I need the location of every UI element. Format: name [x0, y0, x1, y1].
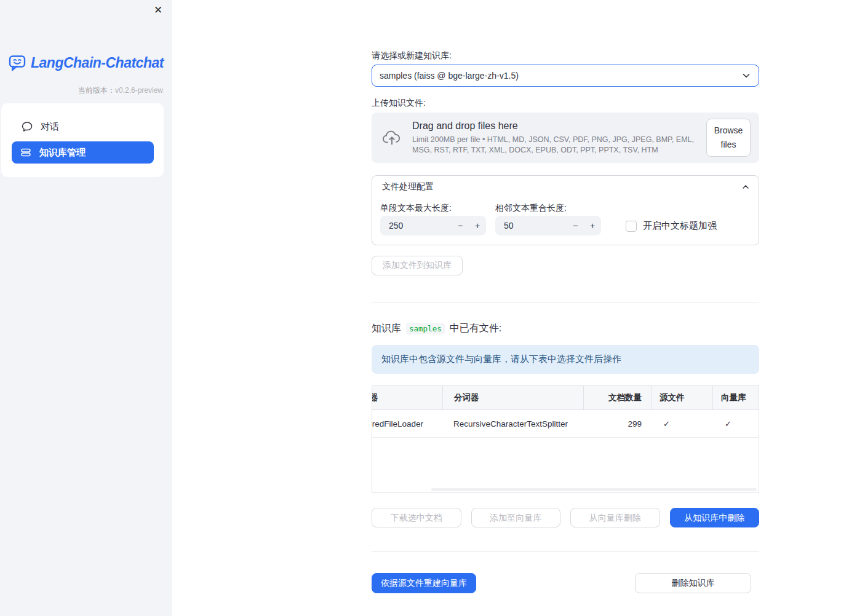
- knowledge-base-icon: [20, 146, 32, 159]
- sidebar-item-label: 对话: [41, 121, 59, 133]
- add-files-to-kb-button[interactable]: 添加文件到知识库: [372, 256, 463, 275]
- version-value: v0.2.6-preview: [115, 86, 163, 95]
- delete-kb-button[interactable]: 删除知识库: [635, 573, 751, 593]
- info-alert-text: 知识库中包含源文件与向量库，请从下表中选择文件后操作: [381, 353, 621, 365]
- kb-files-table[interactable]: 文档加载器 分词器 文档数量 源文件 向量库 UnstructuredFileL…: [372, 385, 759, 493]
- dropzone-title: Drag and drop files here: [412, 120, 700, 132]
- table-horizontal-scrollbar[interactable]: [431, 488, 757, 491]
- app-title: LangChain-Chatchat: [31, 55, 164, 71]
- add-to-vector-store-button[interactable]: 添加至向量库: [471, 508, 561, 527]
- sidebar-item-dialogue[interactable]: 对话: [1, 114, 164, 139]
- chunk-size-plus-button[interactable]: +: [469, 216, 486, 235]
- chat-bubble-smiley-icon: [8, 53, 26, 72]
- column-header-vector-store[interactable]: 向量库: [712, 386, 759, 409]
- dropzone-text: Drag and drop files here Limit 200MB per…: [412, 120, 706, 155]
- file-action-buttons: 下载选中文档 添加至向量库 从向量库删除 从知识库中删除: [372, 508, 759, 527]
- dropzone-limit: Limit 200MB per file • HTML, MD, JSON, C…: [412, 135, 700, 155]
- sidebar-item-label: 知识库管理: [39, 147, 86, 159]
- file-config-expander: 文件处理配置 单段文本最大长度: 相邻文本重合长度: 250 − + 50 − …: [372, 175, 759, 245]
- upload-label: 上传知识文件:: [372, 98, 426, 109]
- chunk-size-minus-button[interactable]: −: [452, 216, 469, 235]
- cell-loader: UnstructuredFileLoader: [372, 410, 442, 437]
- sidebar-close-button[interactable]: ✕: [151, 4, 165, 17]
- overlap-minus-button[interactable]: −: [567, 216, 584, 235]
- chunk-size-value: 250: [389, 221, 452, 231]
- app-logo: LangChain-Chatchat: [8, 53, 164, 72]
- overlap-plus-button[interactable]: +: [584, 216, 601, 235]
- kb-name-code: samples: [406, 323, 445, 334]
- kb-files-heading: 知识库 samples 中已有文件:: [372, 322, 501, 335]
- divider: [372, 302, 759, 302]
- main-content: 请选择或新建知识库: samples (faiss @ bge-large-zh…: [372, 0, 759, 616]
- divider: [372, 551, 759, 552]
- kb-files-suffix: 中已有文件:: [450, 322, 501, 335]
- file-dropzone[interactable]: Drag and drop files here Limit 200MB per…: [372, 113, 759, 163]
- file-config-expander-header[interactable]: 文件处理配置: [372, 176, 759, 198]
- version-info: 当前版本：v0.2.6-preview: [78, 85, 163, 96]
- chunk-size-label: 单段文本最大长度:: [380, 203, 452, 214]
- sidebar-menu: 对话 知识库管理: [1, 103, 164, 177]
- table-row[interactable]: UnstructuredFileLoader RecursiveCharacte…: [372, 410, 759, 438]
- rebuild-vector-store-button[interactable]: 依据源文件重建向量库: [372, 573, 476, 593]
- zh-title-enhance-checkbox-row[interactable]: 开启中文标题加强: [626, 220, 717, 232]
- table-header-row: 文档加载器 分词器 文档数量 源文件 向量库: [372, 386, 759, 410]
- chat-icon: [21, 120, 33, 133]
- overlap-label: 相邻文本重合长度:: [495, 203, 567, 214]
- overlap-value: 50: [504, 221, 567, 231]
- zh-title-enhance-label: 开启中文标题加强: [643, 220, 717, 232]
- kb-select-value: samples (faiss @ bge-large-zh-v1.5): [380, 71, 741, 81]
- overlap-input[interactable]: 50 − +: [495, 216, 601, 235]
- chevron-down-icon: [741, 71, 751, 81]
- kb-select[interactable]: samples (faiss @ bge-large-zh-v1.5): [372, 65, 759, 87]
- delete-from-kb-button[interactable]: 从知识库中删除: [670, 508, 760, 527]
- check-icon: ✓: [725, 419, 731, 428]
- check-icon: ✓: [663, 419, 670, 428]
- browse-files-button[interactable]: Browse files: [706, 119, 751, 157]
- kb-files-prefix: 知识库: [372, 322, 401, 335]
- delete-from-vector-store-button[interactable]: 从向量库删除: [570, 508, 660, 527]
- version-label: 当前版本：: [78, 86, 115, 95]
- cell-vector-store-check: ✓: [712, 410, 759, 437]
- cell-splitter: RecursiveCharacterTextSplitter: [442, 410, 583, 437]
- download-selected-button[interactable]: 下载选中文档: [372, 508, 461, 527]
- column-header-source-file[interactable]: 源文件: [651, 386, 712, 409]
- info-alert: 知识库中包含源文件与向量库，请从下表中选择文件后操作: [372, 345, 759, 374]
- cell-source-file-check: ✓: [651, 410, 712, 437]
- checkbox-unchecked-icon[interactable]: [626, 221, 637, 232]
- chevron-up-icon: [741, 183, 750, 191]
- sidebar-item-knowledge-base[interactable]: 知识库管理: [12, 141, 154, 164]
- chunk-size-input[interactable]: 250 − +: [380, 216, 486, 235]
- kb-select-label: 请选择或新建知识库:: [372, 50, 452, 61]
- cloud-upload-icon: [381, 127, 402, 148]
- column-header-splitter[interactable]: 分词器: [442, 386, 583, 409]
- file-config-title: 文件处理配置: [382, 181, 434, 192]
- sidebar: ✕ LangChain-Chatchat 当前版本：v0.2.6-preview…: [0, 0, 172, 616]
- column-header-loader[interactable]: 文档加载器: [372, 386, 442, 409]
- cell-doc-count: 299: [583, 410, 651, 437]
- column-header-doc-count[interactable]: 文档数量: [583, 386, 651, 409]
